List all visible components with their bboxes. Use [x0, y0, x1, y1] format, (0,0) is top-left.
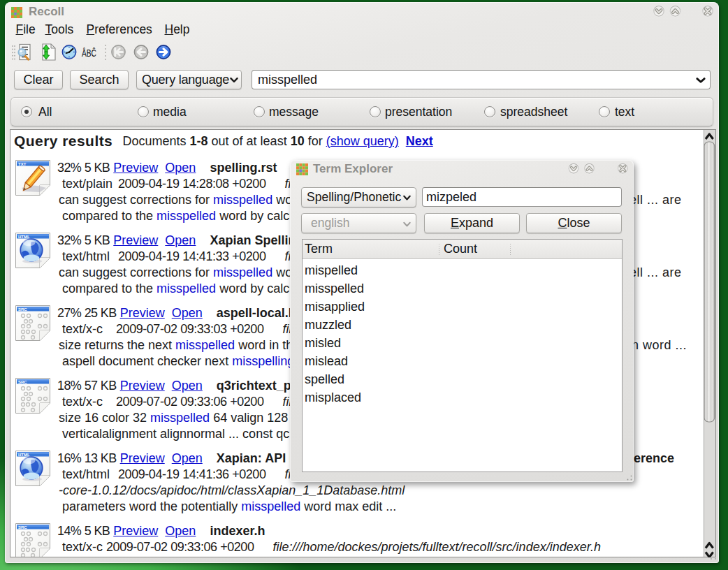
svg-text:TXT: TXT: [18, 162, 27, 166]
svg-text:ÅBĈ: ÅBĈ: [82, 47, 96, 59]
svg-text:SRC: SRC: [18, 525, 27, 529]
svg-text:SRC: SRC: [18, 307, 27, 312]
svg-text:HTML: HTML: [18, 235, 30, 239]
svg-text:SRC: SRC: [18, 380, 27, 384]
svg-text:HTML: HTML: [18, 453, 30, 457]
